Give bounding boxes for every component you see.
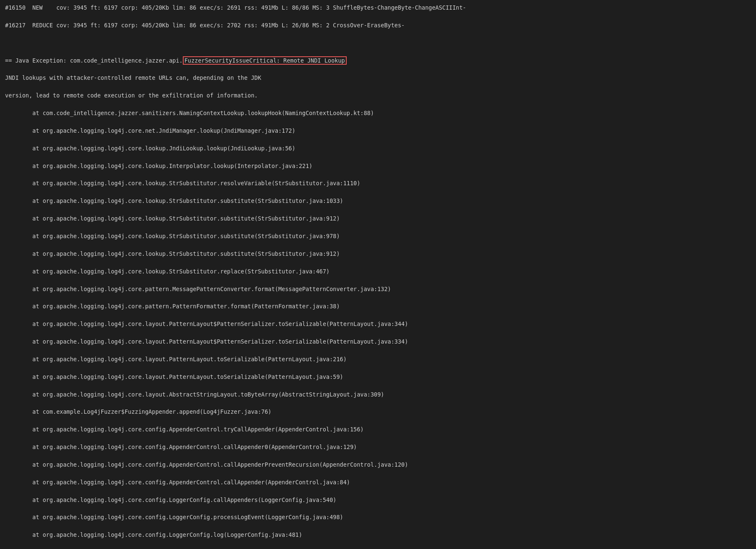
line-6: version, lead to remote code execution o…	[5, 91, 751, 100]
exception-prefix: == Java Exception: com.code_intelligence…	[5, 57, 183, 64]
fuzzer-security-highlight: FuzzerSecurityIssueCritical: Remote JNDI…	[183, 56, 347, 65]
line-22: at org.apache.logging.log4j.core.layout.…	[5, 373, 751, 381]
line-8: at org.apache.logging.log4j.core.net.Jnd…	[5, 126, 751, 135]
line-23: at org.apache.logging.log4j.core.layout.…	[5, 390, 751, 399]
line-4: == Java Exception: com.code_intelligence…	[5, 56, 751, 65]
line-14: at org.apache.logging.log4j.core.lookup.…	[5, 232, 751, 241]
line-20: at org.apache.logging.log4j.core.layout.…	[5, 337, 751, 346]
line-1: #16150 NEW cov: 3945 ft: 6197 corp: 405/…	[5, 3, 751, 12]
line-28: at org.apache.logging.log4j.core.config.…	[5, 478, 751, 487]
line-16: at org.apache.logging.log4j.core.lookup.…	[5, 267, 751, 276]
line-18: at org.apache.logging.log4j.core.pattern…	[5, 302, 751, 311]
line-26: at org.apache.logging.log4j.core.config.…	[5, 443, 751, 452]
line-19: at org.apache.logging.log4j.core.layout.…	[5, 320, 751, 328]
line-11: at org.apache.logging.log4j.core.lookup.…	[5, 179, 751, 188]
line-30: at org.apache.logging.log4j.core.config.…	[5, 513, 751, 522]
line-29: at org.apache.logging.log4j.core.config.…	[5, 496, 751, 504]
line-24: at com.example.Log4jFuzzer$FuzzingAppend…	[5, 407, 751, 416]
line-21: at org.apache.logging.log4j.core.layout.…	[5, 355, 751, 364]
line-10: at org.apache.logging.log4j.core.lookup.…	[5, 162, 751, 171]
line-5: JNDI lookups with attacker-controlled re…	[5, 74, 751, 82]
terminal-output: #16150 NEW cov: 3945 ft: 6197 corp: 405/…	[5, 3, 751, 549]
line-2: #16217 REDUCE cov: 3945 ft: 6197 corp: 4…	[5, 21, 751, 30]
line-7: at com.code_intelligence.jazzer.sanitize…	[5, 109, 751, 118]
line-13: at org.apache.logging.log4j.core.lookup.…	[5, 214, 751, 223]
line-27: at org.apache.logging.log4j.core.config.…	[5, 460, 751, 469]
line-31: at org.apache.logging.log4j.core.config.…	[5, 531, 751, 539]
line-25: at org.apache.logging.log4j.core.config.…	[5, 425, 751, 434]
line-3	[5, 39, 751, 47]
line-9: at org.apache.logging.log4j.core.lookup.…	[5, 144, 751, 153]
line-12: at org.apache.logging.log4j.core.lookup.…	[5, 197, 751, 205]
line-15: at org.apache.logging.log4j.core.lookup.…	[5, 250, 751, 258]
line-17: at org.apache.logging.log4j.core.pattern…	[5, 285, 751, 294]
